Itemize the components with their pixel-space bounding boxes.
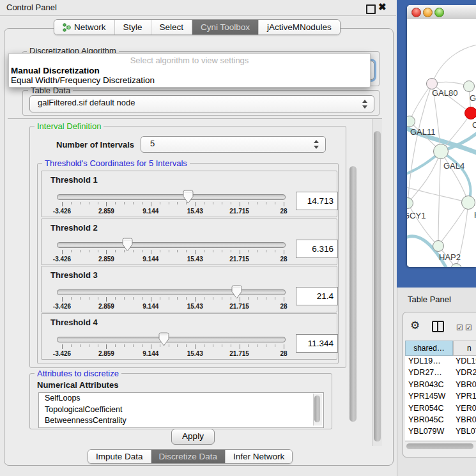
inner-scrollbar[interactable] <box>349 126 358 427</box>
apply-button[interactable]: Apply <box>171 429 215 445</box>
close-icon[interactable]: ✖ <box>378 1 387 13</box>
gear-icon[interactable]: ⚙ <box>410 319 420 332</box>
tab-discretize-data[interactable]: Discretize Data <box>151 450 226 463</box>
network-window-titlebar[interactable] <box>407 5 476 20</box>
mac-close-button[interactable] <box>411 8 421 17</box>
network-node-hap2[interactable] <box>433 240 444 252</box>
outer-scrollbar-thumb[interactable] <box>374 131 381 441</box>
table-row[interactable]: YER054CYER054C <box>405 403 476 415</box>
cell-name: YDL19… <box>456 357 476 365</box>
slider-tick-label: 2.859 <box>98 208 114 215</box>
network-node-c[interactable] <box>464 107 476 119</box>
tab-impute-data[interactable]: Impute Data <box>88 450 151 463</box>
split-columns-icon[interactable] <box>432 321 444 332</box>
table-row[interactable]: YDR27…YDR27… <box>405 367 476 379</box>
float-window-icon[interactable] <box>366 4 376 14</box>
attributes-list-scrollbar[interactable] <box>313 394 322 426</box>
dropdown-option-equal-width[interactable]: Equal Width/Frequency Discretization <box>11 75 155 85</box>
slider-tick-label: 9.144 <box>142 208 158 215</box>
threshold-slider-thumb-2[interactable] <box>122 238 133 252</box>
table-row[interactable]: YDL19…YDL19… <box>405 356 476 367</box>
checkbox-icon[interactable]: ☑ <box>456 323 463 332</box>
number-of-intervals-spinner[interactable]: 5 <box>141 136 326 153</box>
slider-tick <box>80 202 81 204</box>
threshold-value-field-4[interactable]: 11.344 <box>296 334 338 353</box>
slider-tick <box>186 250 187 252</box>
threshold-value-field-3[interactable]: 21.4 <box>296 287 338 305</box>
table-horizontal-scrollbar[interactable] <box>405 441 476 450</box>
dropdown-option-manual[interactable]: Manual Discretization <box>11 66 100 75</box>
slider-tick <box>266 202 266 204</box>
table-data-combobox[interactable]: galFiltered.sif default node <box>29 95 374 112</box>
mac-minimize-button[interactable] <box>423 8 433 17</box>
node-label-gcy1: GCY1 <box>407 211 426 220</box>
cell-shared-name: YER054C <box>408 404 444 413</box>
threshold-slider-track-1[interactable] <box>57 194 286 200</box>
column-header-shared-name[interactable]: shared… <box>405 341 453 356</box>
slider-tick <box>98 297 98 300</box>
tab-select[interactable]: Select <box>151 20 192 35</box>
slider-tick <box>89 202 89 204</box>
threshold-slider-track-2[interactable] <box>57 242 286 248</box>
slider-tick <box>106 202 107 206</box>
slider-tick <box>240 202 240 206</box>
slider-tick <box>115 202 116 204</box>
cell-name: YBL079W <box>456 427 476 436</box>
threshold-value-field-1[interactable]: 14.713 <box>296 192 338 210</box>
network-node-gal4[interactable] <box>433 144 449 159</box>
thresholds-container: Threshold 1-3.4262.8599.14415.4321.71528… <box>37 163 337 363</box>
slider-tick <box>80 250 81 252</box>
network-node-g[interactable] <box>463 81 475 92</box>
tab-cyni-toolbox[interactable]: Cyni Toolbox <box>192 20 258 35</box>
slider-tick <box>195 297 196 302</box>
attribute-item-betweennesscentrality[interactable]: BetweennessCentrality <box>39 415 323 427</box>
table-row[interactable]: YBR045CYBR045C <box>405 415 476 426</box>
slider-tick <box>204 344 204 347</box>
threshold-slider-thumb-3[interactable] <box>231 285 242 299</box>
tab-jactivemnodules[interactable]: jActiveMNodules <box>258 20 340 35</box>
tab-infer-network[interactable]: Infer Network <box>225 450 292 463</box>
slider-tick <box>195 202 196 206</box>
network-canvas[interactable]: GAL80GCGAL11GAL4GCY1HHAP2 <box>407 19 476 267</box>
threshold-slider-track-3[interactable] <box>57 289 286 295</box>
slider-tick <box>98 202 98 204</box>
checkbox-icon[interactable]: ☑ <box>465 323 472 332</box>
node-label-gal80: GAL80 <box>432 88 457 98</box>
table-row[interactable]: YBL079WYBL079W <box>405 426 476 438</box>
attribute-item-selfloops[interactable]: SelfLoops <box>39 393 323 404</box>
attributes-scrollbar-thumb[interactable] <box>314 395 320 422</box>
slider-tick <box>213 250 213 252</box>
threshold-value-field-2[interactable]: 6.316 <box>296 240 338 258</box>
control-panel-titlebar: Control Panel ✖ <box>0 0 396 16</box>
attribute-item-topologicalcoefficient[interactable]: TopologicalCoefficient <box>39 404 323 416</box>
network-node-h[interactable] <box>461 196 475 210</box>
cell-name: YER054C <box>456 404 476 413</box>
threshold-slider-track-4[interactable] <box>57 337 286 342</box>
table-row[interactable]: YLR345WYLR345W <box>405 438 476 440</box>
table-row[interactable]: YPR145WYPR145W <box>405 391 476 403</box>
slider-tick <box>62 344 63 349</box>
threshold-slider-thumb-4[interactable] <box>158 332 169 346</box>
slider-tick <box>124 344 125 347</box>
slider-tick <box>106 297 107 302</box>
table-row[interactable]: YBR043CYBR043C <box>405 380 476 391</box>
slider-tick-label: 28 <box>280 350 287 357</box>
threshold-slider-thumb-1[interactable] <box>183 190 194 204</box>
table-hscrollbar-thumb[interactable] <box>406 443 473 449</box>
tab-style[interactable]: Style <box>114 20 151 35</box>
tab-network[interactable]: Network <box>54 20 114 35</box>
inner-scrollbar-thumb[interactable] <box>349 166 357 422</box>
slider-tick <box>89 250 89 252</box>
mac-zoom-button[interactable] <box>434 8 444 17</box>
slider-tick <box>275 250 275 252</box>
slider-tick <box>133 250 134 252</box>
column-header-name[interactable]: n <box>453 341 476 356</box>
slider-tick <box>169 202 169 204</box>
outer-scrollbar[interactable] <box>372 119 382 446</box>
number-of-intervals-value: 5 <box>150 139 155 148</box>
slider-tick <box>231 202 231 204</box>
cell-shared-name: YDL19… <box>408 357 441 365</box>
dropdown-placeholder-option[interactable]: Select algorithm to view settings <box>9 56 370 65</box>
slider-tick <box>248 297 249 300</box>
network-edges <box>407 19 476 267</box>
